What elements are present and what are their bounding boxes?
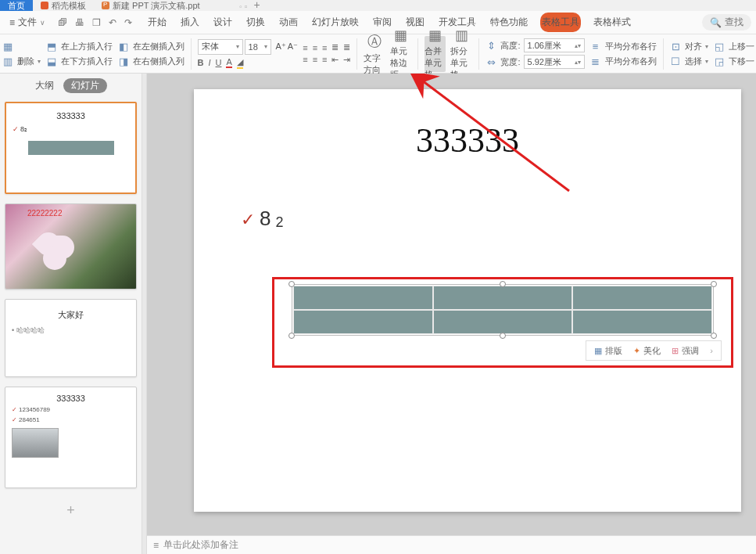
thumbnails-list[interactable]: 333333 ✓8₂ 22222222 大家好 • 哈哈哈哈 333333 ✓1… — [0, 97, 142, 554]
decrease-font-icon[interactable]: A⁻ — [288, 41, 298, 52]
menu-design[interactable]: 设计 — [212, 13, 234, 32]
menu-feature[interactable]: 特色功能 — [489, 13, 529, 32]
menu-table-style[interactable]: 表格样式 — [592, 13, 632, 32]
search-box[interactable]: 🔍 查找 — [702, 14, 751, 31]
cell-margin-button[interactable]: ▦ 单元格边距 — [390, 36, 412, 72]
tab-presentation[interactable]: 新建 PPT 演示文稿.ppt — [94, 0, 208, 11]
resize-handle[interactable] — [288, 281, 295, 287]
delete-button[interactable]: ▥删除▾ — [2, 55, 41, 67]
tab-overflow-icon[interactable]: ◦ ▫ — [239, 2, 248, 11]
checkmark-icon: ✓ — [241, 210, 255, 230]
select-button[interactable]: ☐选择▾ — [669, 55, 708, 67]
font-name-select[interactable]: 宋体▾ — [198, 39, 243, 55]
add-slide-button[interactable]: + — [5, 498, 137, 523]
menu-animation[interactable]: 动画 — [278, 13, 299, 32]
menu-slideshow[interactable]: 幻灯片放映 — [310, 13, 360, 32]
resize-handle[interactable] — [711, 333, 717, 339]
move-up-button[interactable]: ◱上移一 — [713, 40, 754, 52]
menu-start[interactable]: 开始 — [146, 13, 168, 32]
bullets-icon[interactable]: ≣ — [331, 42, 339, 52]
file-menu[interactable]: ≡ 文件 ∨ — [5, 16, 50, 29]
decrease-indent-icon[interactable]: ⇤ — [331, 55, 339, 65]
menu-table-tools[interactable]: 表格工具 — [540, 13, 581, 32]
tab-home[interactable]: 首页 — [0, 0, 33, 11]
notes-icon: ≡ — [153, 540, 159, 551]
merge-cells-icon: ▦ — [428, 27, 442, 44]
slide-thumb-4[interactable]: 333333 ✓123456789 ✓284651 — [5, 387, 137, 488]
align-left-icon[interactable]: ≡ — [303, 55, 307, 64]
quick-access-toolbar: 🗊 🖶 ❐ ↶ ↷ — [52, 17, 138, 28]
redo-icon[interactable]: ↷ — [124, 17, 132, 28]
resize-handle[interactable] — [711, 281, 717, 287]
ribbon-tabs: 开始 插入 设计 切换 动画 幻灯片放映 审阅 视图 开发工具 特色功能 表格工… — [146, 13, 632, 32]
align-button[interactable]: ⊡对齐▾ — [669, 40, 708, 52]
notes-bar[interactable]: ≡ 单击此处添加备注 — [147, 535, 756, 554]
underline-button[interactable]: U — [216, 58, 222, 67]
increase-indent-icon[interactable]: ⇥ — [343, 55, 350, 65]
cell-height-input[interactable]: 1.06厘米▴▾ — [524, 38, 585, 52]
undo-icon[interactable]: ↶ — [109, 17, 116, 28]
menu-review[interactable]: 审阅 — [371, 13, 393, 32]
align-center-icon[interactable]: ≡ — [313, 55, 317, 64]
insert-col-right[interactable]: ◨在右侧插入列 — [117, 55, 185, 67]
slides-tab[interactable]: 幻灯片 — [63, 78, 107, 93]
emphasis-icon: ⊞ — [672, 346, 679, 356]
print-icon[interactable]: 🖶 — [75, 17, 84, 28]
docer-icon — [41, 2, 48, 9]
insert-row-above[interactable]: ⬒在上方插入行 — [45, 40, 113, 52]
slide-thumb-2[interactable]: 22222222 — [5, 203, 137, 290]
highlight-color-button[interactable]: ◢ — [237, 57, 243, 69]
font-color-button[interactable]: A — [226, 57, 231, 68]
resize-handle[interactable] — [500, 281, 506, 287]
align-middle-icon[interactable]: ≡ — [313, 43, 317, 52]
cell-height-row: ⇕ 高度: 1.06厘米▴▾ — [485, 38, 584, 52]
cell-width-input[interactable]: 5.92厘米▴▾ — [524, 55, 585, 69]
add-tab-button[interactable]: + — [248, 0, 267, 11]
distribute-cols-button[interactable]: ≣平均分布各列 — [589, 55, 657, 67]
save-icon[interactable]: 🗊 — [58, 17, 67, 28]
search-placeholder: 查找 — [725, 16, 743, 29]
float-more-icon[interactable]: › — [710, 346, 713, 355]
slide-panel: 大纲 幻灯片 333333 ✓8₂ 22222222 大家好 • 哈哈哈哈 — [0, 74, 142, 554]
resize-handle[interactable] — [500, 333, 506, 339]
merge-cells-button[interactable]: ▦ 合并单元格 — [425, 36, 446, 72]
width-icon: ⇔ — [485, 56, 497, 68]
float-beautify-button[interactable]: ✦美化 — [633, 345, 661, 357]
table-grid-icon[interactable]: ▦ — [2, 40, 41, 52]
float-emphasis-button[interactable]: ⊞强调 — [672, 345, 699, 357]
slide-title[interactable]: 333333 — [194, 121, 741, 160]
slide-bullet[interactable]: ✓ 82 — [241, 207, 283, 231]
text-direction-icon: Ⓐ — [367, 32, 382, 51]
preview-icon[interactable]: ❐ — [92, 17, 101, 28]
slide-thumb-3[interactable]: 大家好 • 哈哈哈哈 — [5, 299, 137, 377]
slide-thumb-1[interactable]: 333333 ✓8₂ — [5, 102, 137, 194]
align-top-icon[interactable]: ≡ — [303, 43, 307, 52]
split-cells-button[interactable]: ▥ 拆分单元格 — [450, 36, 472, 72]
slide-canvas[interactable]: 333333 ✓ 82 — [194, 89, 741, 512]
move-down-button[interactable]: ◲下移一 — [713, 55, 754, 67]
outline-tab[interactable]: 大纲 — [35, 79, 54, 92]
thumb4-image — [12, 428, 59, 458]
italic-button[interactable]: I — [208, 58, 210, 67]
selected-table-object[interactable] — [292, 284, 714, 336]
ppt-file-icon — [102, 2, 109, 9]
align-bottom-icon[interactable]: ≡ — [322, 43, 327, 52]
bold-button[interactable]: B — [198, 58, 204, 67]
distribute-rows-button[interactable]: ≡平均分布各行 — [589, 40, 657, 52]
float-layout-button[interactable]: ▦排版 — [594, 345, 622, 357]
insert-col-left[interactable]: ◧在左侧插入列 — [117, 40, 185, 52]
layout-icon: ▦ — [594, 346, 602, 356]
menu-transition[interactable]: 切换 — [245, 13, 267, 32]
table-cells[interactable] — [293, 286, 712, 334]
tab-docer[interactable]: 稻壳模板 — [33, 0, 94, 11]
cell-width-row: ⇔ 宽度: 5.92厘米▴▾ — [485, 55, 584, 69]
resize-handle[interactable] — [288, 333, 295, 339]
insert-row-below[interactable]: ⬓在下方插入行 — [45, 55, 113, 67]
menu-view[interactable]: 视图 — [404, 13, 426, 32]
increase-font-icon[interactable]: A⁺ — [276, 41, 286, 52]
align-right-icon[interactable]: ≡ — [322, 55, 327, 64]
numbering-icon[interactable]: ≣ — [343, 42, 350, 52]
text-direction-button[interactable]: Ⓐ 文字方向 — [364, 36, 385, 72]
menu-insert[interactable]: 插入 — [179, 13, 201, 32]
font-size-select[interactable]: 18▾ — [245, 39, 271, 55]
